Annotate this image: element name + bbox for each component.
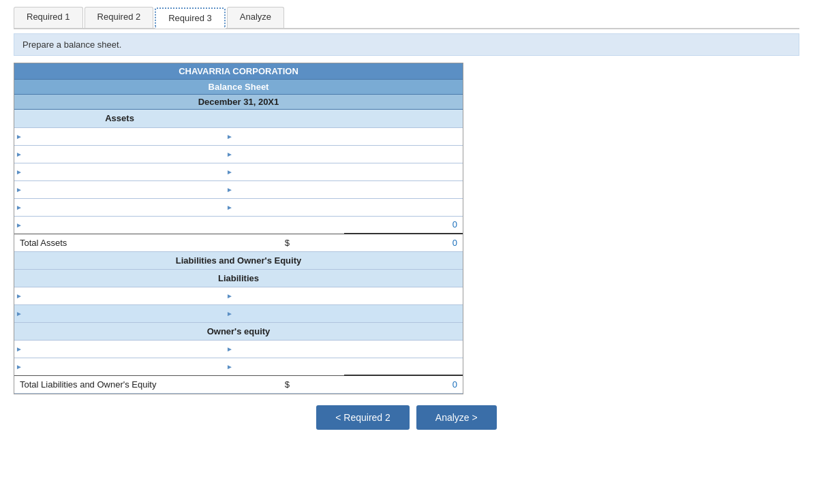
next-button[interactable]: Analyze > <box>416 405 497 430</box>
row-arrow-icon: ► <box>226 363 233 371</box>
row-arrow-icon: ► <box>16 221 22 229</box>
table-row: ► ► <box>14 340 463 358</box>
liability-label-input-2[interactable] <box>24 305 225 321</box>
table-row: ► ► <box>14 145 463 163</box>
table-row: ► ► <box>14 198 463 216</box>
table-row: ► ► <box>14 163 463 180</box>
row-arrow-icon: ► <box>16 292 22 300</box>
liability-label-input-1[interactable] <box>24 287 225 304</box>
liabilities-equity-header-row: Liabilities and Owner's Equity <box>14 251 463 269</box>
row-arrow-icon: ► <box>226 345 233 353</box>
asset-amount1-input-3[interactable] <box>234 163 344 180</box>
instruction-bar: Prepare a balance sheet. <box>14 33 799 56</box>
equity-amount1-input-2[interactable] <box>234 358 344 375</box>
asset-label-input-4[interactable] <box>24 181 225 198</box>
total-liabilities-equity-row: Total Liabilities and Owner's Equity $ 0 <box>14 375 463 393</box>
row-arrow-icon: ► <box>16 310 22 317</box>
tab-required3[interactable]: Required 3 <box>155 7 226 29</box>
assets-header-label: Assets <box>14 110 225 127</box>
equity-amount1-input-1[interactable] <box>234 341 344 357</box>
asset-label-input-3[interactable] <box>24 163 225 180</box>
row-arrow-icon: ► <box>16 168 22 176</box>
prev-button[interactable]: < Required 2 <box>316 405 410 430</box>
asset-label-input-5[interactable] <box>24 199 225 215</box>
row-arrow-icon: ► <box>226 310 233 317</box>
asset-amount1-input-5[interactable] <box>234 199 344 215</box>
row-arrow-icon: ► <box>226 204 233 211</box>
balance-sheet: CHAVARRIA CORPORATION Balance Sheet Dece… <box>14 63 463 394</box>
row-arrow-icon: ► <box>16 186 22 193</box>
balance-sheet-table: Assets ► ► <box>14 110 463 394</box>
table-row: ► ► <box>14 304 463 322</box>
row-arrow-icon: ► <box>226 133 233 140</box>
row-arrow-icon: ► <box>226 151 233 158</box>
row-arrow-icon: ► <box>226 292 233 300</box>
equity-label-input-2[interactable] <box>24 358 225 375</box>
table-row: ► 0 <box>14 216 463 234</box>
asset-label-input-6[interactable] <box>24 217 225 233</box>
asset-amount1-input-1[interactable] <box>234 128 344 144</box>
asset-amount1-input-4[interactable] <box>234 181 344 198</box>
table-row: ► ► <box>14 180 463 198</box>
liabilities-header-row: Liabilities <box>14 269 463 287</box>
table-row: ► ► <box>14 127 463 145</box>
owners-equity-header-row: Owner's equity <box>14 322 463 340</box>
sheet-date: December 31, 20X1 <box>14 95 463 110</box>
total-assets-row: Total Assets $ 0 <box>14 234 463 251</box>
asset-label-input-2[interactable] <box>24 146 225 162</box>
tab-analyze[interactable]: Analyze <box>227 7 284 28</box>
bottom-navigation: < Required 2 Analyze > <box>14 405 799 430</box>
company-name: CHAVARRIA CORPORATION <box>14 63 463 80</box>
row-arrow-icon: ► <box>16 151 22 158</box>
tab-required2[interactable]: Required 2 <box>85 7 154 28</box>
asset-amount1-input-2[interactable] <box>234 146 344 162</box>
asset-label-input-1[interactable] <box>24 128 225 144</box>
tab-bar: Required 1 Required 2 Required 3 Analyze <box>14 7 799 29</box>
row-arrow-icon: ► <box>226 168 233 176</box>
row-arrow-icon: ► <box>16 204 22 211</box>
tab-required1[interactable]: Required 1 <box>14 7 83 28</box>
row-arrow-icon: ► <box>16 345 22 353</box>
liability-amount1-input-1[interactable] <box>234 287 344 304</box>
row-arrow-icon: ► <box>16 133 22 140</box>
table-row: ► ► <box>14 358 463 375</box>
assets-header-row: Assets <box>14 110 463 127</box>
app-container: Required 1 Required 2 Required 3 Analyze… <box>0 0 813 504</box>
row-arrow-icon: ► <box>16 363 22 371</box>
equity-label-input-1[interactable] <box>24 341 225 357</box>
liability-amount1-input-2[interactable] <box>234 305 344 321</box>
sheet-title: Balance Sheet <box>14 80 463 95</box>
row-arrow-icon: ► <box>226 186 233 193</box>
table-row: ► ► <box>14 287 463 304</box>
